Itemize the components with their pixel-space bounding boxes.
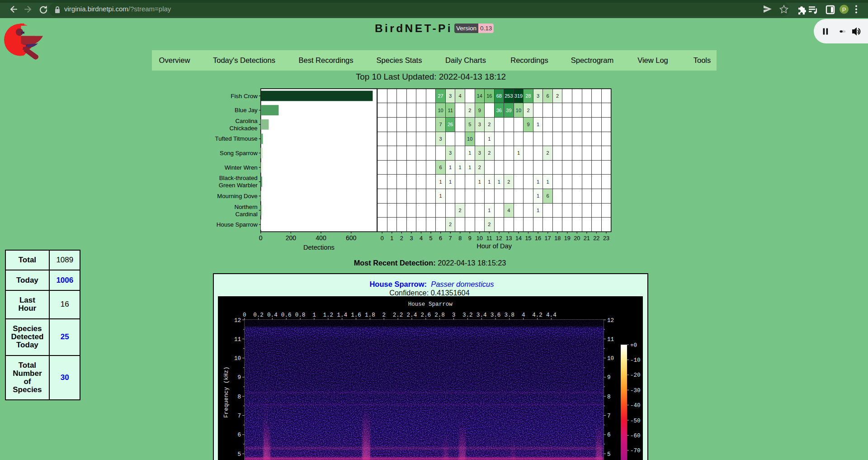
svg-text:1: 1 [498,179,500,185]
svg-text:6: 6 [607,432,611,438]
svg-text:253: 253 [505,93,513,99]
svg-text:21: 21 [584,235,590,242]
svg-text:5: 5 [237,451,241,458]
svg-text:5: 5 [607,451,611,458]
svg-text:36: 36 [496,108,502,113]
svg-text:Tufted Titmouse: Tufted Titmouse [215,135,258,142]
svg-text:23: 23 [603,235,609,242]
svg-text:+0: +0 [630,342,637,349]
svg-text:6: 6 [439,235,442,242]
svg-text:3.6: 3.6 [491,312,501,318]
svg-text:1: 1 [537,193,539,199]
svg-text:18: 18 [554,235,561,242]
svg-text:2: 2 [547,150,549,156]
svg-text:3: 3 [452,312,456,318]
svg-text:11: 11 [448,108,453,113]
svg-text:2: 2 [468,108,471,113]
svg-text:14: 14 [477,93,482,99]
svg-text:1: 1 [449,179,452,185]
svg-text:Frequency (kHz): Frequency (kHz) [223,366,230,417]
svg-text:9: 9 [468,235,472,242]
svg-text:8: 8 [458,235,462,242]
svg-text:9: 9 [527,122,529,127]
svg-text:Chickadee: Chickadee [229,125,257,132]
svg-text:0.2: 0.2 [253,312,264,318]
svg-text:2: 2 [556,93,559,99]
svg-text:7: 7 [607,413,611,419]
svg-text:2: 2 [488,222,491,227]
svg-text:2.4: 2.4 [407,312,417,318]
svg-text:-30: -30 [630,388,641,394]
svg-text:3: 3 [410,235,413,242]
svg-text:4: 4 [522,312,525,318]
svg-text:7: 7 [237,413,241,419]
svg-text:11: 11 [234,337,241,343]
svg-text:20: 20 [574,235,580,242]
svg-text:1: 1 [449,165,452,170]
svg-text:10: 10 [516,108,521,113]
svg-text:3: 3 [449,150,452,156]
svg-text:3.4: 3.4 [476,312,487,318]
svg-text:2: 2 [459,208,462,213]
svg-text:27: 27 [438,93,443,99]
svg-text:Fish Crow: Fish Crow [231,93,258,100]
svg-text:39: 39 [506,108,511,113]
svg-text:1: 1 [517,150,520,156]
svg-text:14: 14 [515,235,522,242]
svg-text:House Sparrow: House Sparrow [217,221,258,228]
svg-text:Mourning Dove: Mourning Dove [217,193,257,199]
svg-text:4: 4 [507,208,510,213]
svg-text:Northern: Northern [234,204,257,210]
svg-text:2: 2 [382,312,386,318]
svg-text:1: 1 [468,165,471,170]
svg-text:9: 9 [607,375,611,381]
svg-text:7: 7 [439,122,442,127]
svg-text:1: 1 [390,235,393,242]
svg-text:1: 1 [468,150,471,156]
svg-text:1.2: 1.2 [323,312,333,318]
svg-text:10: 10 [234,356,241,362]
svg-text:2.2: 2.2 [393,312,403,318]
svg-text:6: 6 [237,432,241,438]
svg-text:8: 8 [607,394,611,400]
svg-text:2.8: 2.8 [434,312,445,318]
svg-text:-60: -60 [630,433,641,439]
svg-text:4: 4 [420,235,423,242]
svg-text:0.8: 0.8 [295,312,306,318]
svg-text:0: 0 [243,312,246,318]
svg-text:Blue Jay: Blue Jay [235,107,258,114]
svg-text:4.2: 4.2 [532,312,542,318]
svg-text:0: 0 [259,234,263,242]
svg-text:319: 319 [514,93,523,99]
svg-text:15: 15 [525,235,532,242]
svg-text:2: 2 [478,165,481,170]
svg-text:10: 10 [607,356,614,362]
svg-text:1: 1 [312,312,316,318]
svg-text:0: 0 [381,235,384,242]
svg-text:1.8: 1.8 [365,312,375,318]
svg-text:3.2: 3.2 [462,312,473,318]
svg-text:16: 16 [486,93,492,99]
svg-text:Hour of Day: Hour of Day [476,242,512,250]
svg-text:17: 17 [545,235,551,242]
svg-text:6: 6 [547,93,549,99]
svg-text:2: 2 [400,235,403,242]
svg-text:9: 9 [478,108,481,113]
svg-text:2: 2 [488,150,491,156]
svg-text:-50: -50 [630,418,641,424]
svg-text:1.6: 1.6 [351,312,361,318]
svg-text:1.4: 1.4 [337,312,347,318]
svg-text:2: 2 [507,179,510,185]
svg-text:400: 400 [316,234,326,242]
svg-text:1: 1 [488,136,491,142]
svg-text:22: 22 [593,235,599,242]
svg-text:10: 10 [467,136,472,142]
svg-text:4.4: 4.4 [546,312,557,318]
svg-text:3: 3 [449,93,452,99]
svg-text:-20: -20 [630,372,641,379]
svg-text:11: 11 [607,337,614,343]
svg-text:68: 68 [496,93,502,99]
svg-text:1: 1 [488,208,491,213]
svg-text:3: 3 [439,136,442,142]
svg-text:2.6: 2.6 [420,312,431,318]
